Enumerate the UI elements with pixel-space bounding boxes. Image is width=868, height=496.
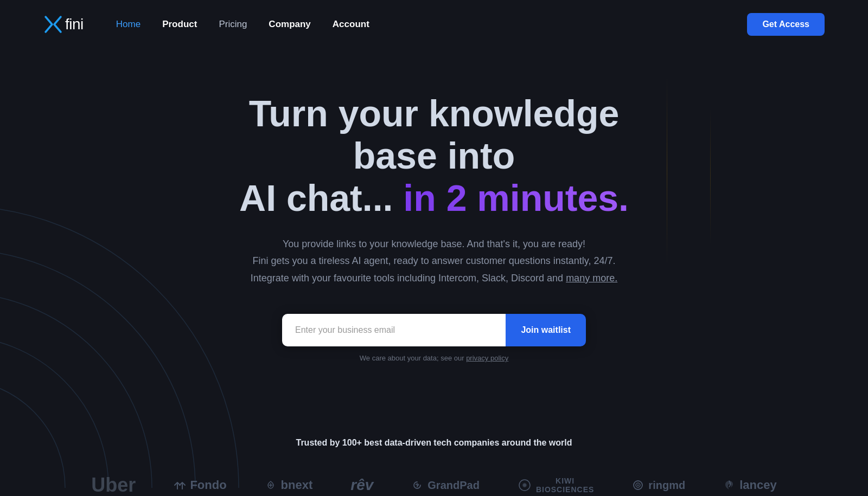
trusted-section: Trusted by 100+ best data-driven tech co… (0, 438, 868, 496)
privacy-policy-link[interactable]: privacy policy (466, 354, 508, 362)
hero-sub-line3: Integrate with your favourite tools incl… (251, 273, 566, 284)
logos-row: Uber Fondo bnext rêv GrandPad (0, 474, 868, 496)
hero-headline-part2: AI chat... (239, 177, 403, 218)
kiwi-icon (518, 478, 532, 492)
email-input[interactable] (282, 314, 506, 346)
bnext-text: bnext (281, 478, 313, 492)
logo-uber: Uber (91, 474, 136, 496)
hero-sub-line1: You provide links to your knowledge base… (283, 239, 585, 249)
email-form: Join waitlist (282, 314, 586, 346)
hero-headline-part1: Turn your knowledge base into (249, 93, 620, 176)
logo-lancey: lancey (723, 478, 777, 492)
logo-text: fini (65, 16, 84, 33)
svg-point-6 (523, 484, 526, 487)
hero-sub-link[interactable]: many more. (566, 273, 617, 284)
grandpad-text: GrandPad (427, 479, 480, 492)
hero-section: Turn your knowledge base into AI chat...… (0, 49, 868, 395)
grandpad-icon (411, 479, 423, 491)
nav-product[interactable]: Product (162, 19, 197, 30)
logo-kiwi: KIWIBIOSCIENCES (518, 476, 594, 494)
hero-subtitle: You provide links to your knowledge base… (250, 236, 618, 287)
logo-ringmd: ringmd (632, 479, 685, 492)
logo-rev: rêv (350, 476, 373, 494)
hero-sub-line2: Fini gets you a tireless AI agent, ready… (252, 255, 615, 266)
privacy-text: We care about your data; see our (360, 354, 466, 362)
privacy-note: We care about your data; see our privacy… (11, 354, 857, 362)
trusted-title: Trusted by 100+ best data-driven tech co… (0, 438, 868, 448)
uber-text: Uber (91, 474, 136, 496)
svg-point-9 (637, 485, 639, 486)
nav-links: Home Product Pricing Company Account (116, 19, 748, 30)
hero-headline: Turn your knowledge base into AI chat...… (212, 92, 656, 220)
nav-account[interactable]: Account (333, 19, 369, 30)
kiwi-text: KIWIBIOSCIENCES (536, 476, 594, 494)
logo-link[interactable]: fini (43, 15, 84, 34)
lancey-text: lancey (739, 478, 777, 492)
get-access-button[interactable]: Get Access (747, 13, 825, 36)
logo-grandpad: GrandPad (411, 479, 480, 492)
rev-text: rêv (350, 476, 373, 494)
bnext-icon (265, 479, 277, 491)
logo-bnext: bnext (265, 478, 313, 492)
logo-fondo: Fondo (174, 478, 226, 492)
ringmd-icon (632, 479, 644, 491)
join-waitlist-button[interactable]: Join waitlist (506, 314, 586, 346)
ringmd-text: ringmd (648, 479, 685, 492)
nav-home[interactable]: Home (116, 19, 141, 30)
navbar: fini Home Product Pricing Company Accoun… (0, 0, 868, 49)
fondo-icon (174, 479, 186, 491)
lancey-icon (723, 479, 735, 491)
nav-pricing[interactable]: Pricing (219, 19, 247, 30)
fondo-text: Fondo (190, 478, 226, 492)
nav-company[interactable]: Company (269, 19, 310, 30)
hero-headline-highlight: in 2 minutes. (403, 177, 629, 218)
